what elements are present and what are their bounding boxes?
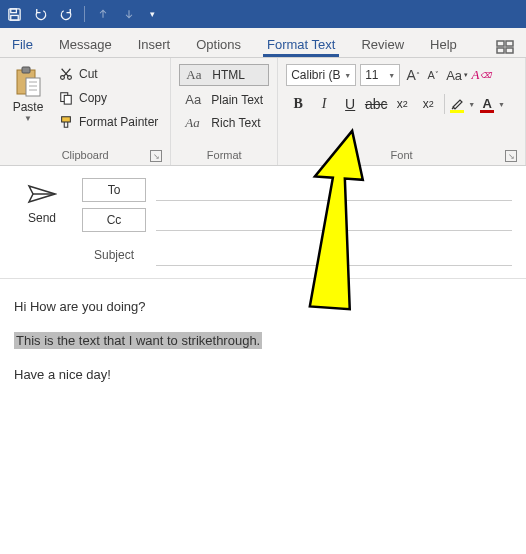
- body-line: Have a nice day!: [14, 367, 512, 382]
- highlight-swatch: [450, 110, 464, 113]
- paste-label: Paste: [13, 100, 44, 114]
- cc-field[interactable]: [156, 209, 512, 231]
- svg-rect-8: [22, 67, 30, 73]
- clipboard-group-label: Clipboard ↘: [8, 147, 162, 163]
- format-painter-button[interactable]: Format Painter: [54, 112, 162, 132]
- font-name-dropdown[interactable]: Calibri (B▼: [286, 64, 356, 86]
- compose-header: Send To Cc Subject: [0, 166, 526, 279]
- ribbon-tabs: File Message Insert Options Format Text …: [0, 28, 526, 58]
- strikethrough-button[interactable]: abc: [364, 92, 388, 116]
- underline-button[interactable]: U: [338, 92, 362, 116]
- body-selected-text: This is the text that I want to striketh…: [14, 332, 262, 349]
- font-color-button[interactable]: A ▼: [479, 95, 507, 113]
- superscript-button[interactable]: x2: [416, 92, 440, 116]
- cut-label: Cut: [79, 67, 98, 81]
- font-size-dropdown[interactable]: 11▼: [360, 64, 400, 86]
- paste-icon: [14, 66, 42, 98]
- paintbrush-icon: [58, 114, 74, 130]
- aa-plain-icon: Aa: [185, 92, 205, 107]
- subscript-button[interactable]: x2: [390, 92, 414, 116]
- svg-rect-6: [506, 48, 513, 53]
- chevron-down-icon: ▼: [466, 101, 477, 108]
- ribbon: Paste ▼ Cut Copy: [0, 58, 526, 166]
- tab-insert[interactable]: Insert: [134, 31, 175, 57]
- redo-icon[interactable]: [58, 6, 74, 22]
- rich-text-format-button[interactable]: Aa Rich Text: [179, 113, 269, 133]
- italic-button[interactable]: I: [312, 92, 336, 116]
- send-button[interactable]: Send: [14, 178, 70, 266]
- tab-help[interactable]: Help: [426, 31, 461, 57]
- svg-rect-2: [10, 15, 18, 20]
- scissors-icon: [58, 66, 74, 82]
- to-field[interactable]: [156, 179, 512, 201]
- up-arrow-icon[interactable]: [95, 6, 111, 22]
- tab-options[interactable]: Options: [192, 31, 245, 57]
- svg-rect-3: [497, 41, 504, 46]
- highlight-color-button[interactable]: ▼: [449, 95, 477, 113]
- save-icon[interactable]: [6, 6, 22, 22]
- font-group-label: Font ↘: [286, 147, 517, 163]
- clear-formatting-button[interactable]: A⌫: [472, 65, 490, 85]
- svg-rect-1: [10, 8, 16, 12]
- font-group: Calibri (B▼ 11▼ A˄ A˅ Aa▾ A⌫ B I U abc: [278, 58, 526, 165]
- tab-review[interactable]: Review: [357, 31, 408, 57]
- html-format-button[interactable]: Aa HTML: [179, 64, 269, 86]
- highlight-icon: [449, 95, 465, 113]
- body-line: Hi How are you doing?: [14, 299, 512, 314]
- copy-icon: [58, 90, 74, 106]
- title-bar: ▾: [0, 0, 526, 28]
- collapse-ribbon-icon[interactable]: [496, 40, 518, 57]
- change-case-button[interactable]: Aa▾: [446, 68, 468, 83]
- qat-separator: [84, 6, 85, 22]
- tab-format-text[interactable]: Format Text: [263, 31, 339, 57]
- svg-rect-18: [64, 95, 71, 104]
- send-icon: [27, 184, 57, 207]
- chevron-down-icon: ▼: [496, 101, 507, 108]
- aa-serif-icon: Aa: [186, 67, 206, 83]
- qat-customize-icon[interactable]: ▾: [147, 6, 157, 22]
- format-group-label: Format: [179, 147, 269, 163]
- chevron-down-icon: ▼: [388, 72, 395, 79]
- svg-rect-19: [62, 117, 71, 122]
- clipboard-group: Paste ▼ Cut Copy: [0, 58, 171, 165]
- font-launcher-icon[interactable]: ↘: [505, 150, 517, 162]
- chevron-down-icon: ▼: [344, 72, 351, 79]
- grow-font-button[interactable]: A˄: [404, 65, 422, 85]
- copy-button[interactable]: Copy: [54, 88, 162, 108]
- separator: [444, 94, 445, 114]
- cc-button[interactable]: Cc: [82, 208, 146, 232]
- down-arrow-icon[interactable]: [121, 6, 137, 22]
- undo-icon[interactable]: [32, 6, 48, 22]
- subject-field[interactable]: [156, 244, 512, 266]
- svg-rect-4: [506, 41, 513, 46]
- svg-rect-9: [26, 78, 40, 96]
- to-button[interactable]: To: [82, 178, 146, 202]
- tab-file[interactable]: File: [8, 31, 37, 57]
- paste-dropdown-icon[interactable]: ▼: [24, 114, 32, 123]
- shrink-font-button[interactable]: A˅: [424, 65, 442, 85]
- message-body[interactable]: Hi How are you doing? This is the text t…: [0, 279, 526, 420]
- font-color-icon: A: [479, 95, 495, 113]
- format-group: Aa HTML Aa Plain Text Aa Rich Text Forma…: [171, 58, 278, 165]
- subject-label: Subject: [82, 248, 146, 262]
- paste-button[interactable]: Paste ▼: [8, 62, 48, 147]
- svg-rect-5: [497, 48, 504, 53]
- clipboard-launcher-icon[interactable]: ↘: [150, 150, 162, 162]
- send-label: Send: [28, 211, 56, 225]
- font-color-swatch: [480, 110, 494, 113]
- tab-message[interactable]: Message: [55, 31, 116, 57]
- aa-italic-icon: Aa: [185, 115, 205, 131]
- bold-button[interactable]: B: [286, 92, 310, 116]
- plain-text-format-button[interactable]: Aa Plain Text: [179, 90, 269, 109]
- cut-button[interactable]: Cut: [54, 64, 162, 84]
- copy-label: Copy: [79, 91, 107, 105]
- format-painter-label: Format Painter: [79, 115, 158, 129]
